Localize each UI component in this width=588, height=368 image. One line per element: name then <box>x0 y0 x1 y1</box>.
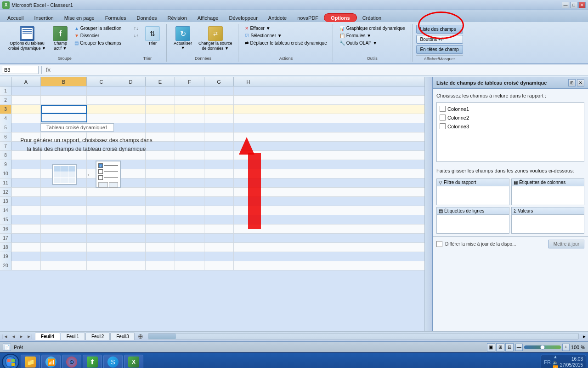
cell[interactable] <box>146 215 175 224</box>
cell-h3[interactable] <box>234 105 263 114</box>
panel-close-button[interactable]: ✕ <box>577 79 584 86</box>
cell[interactable] <box>175 142 204 150</box>
formules-button[interactable]: 📋 Formules ▼ <box>338 32 407 39</box>
vertical-scrollbar[interactable] <box>424 77 432 331</box>
taskbar-chrome[interactable]: ⊙ <box>62 355 81 368</box>
cell[interactable] <box>41 206 87 215</box>
tab-accueil[interactable]: Accueil <box>2 13 28 22</box>
cell[interactable] <box>87 197 116 206</box>
cell-e1[interactable] <box>146 86 175 95</box>
graphique-croise-button[interactable]: 📊 Graphique croisé dynamique <box>338 25 407 32</box>
cell[interactable] <box>87 252 116 261</box>
cell[interactable] <box>116 206 146 215</box>
sort-asc-button[interactable]: ↑↓ <box>132 25 140 32</box>
cell[interactable] <box>11 215 41 224</box>
maximize-button[interactable]: □ <box>570 2 577 8</box>
col-header-g[interactable]: G <box>204 77 234 86</box>
selectionner-button[interactable]: ☑ Sélectionner ▼ <box>243 32 328 39</box>
cell-g1[interactable] <box>204 86 234 95</box>
effacer-button[interactable]: ✕ Effacer ▼ <box>243 25 328 32</box>
cell[interactable] <box>204 206 234 215</box>
cell-h1[interactable] <box>234 86 263 95</box>
cell[interactable] <box>87 224 116 233</box>
zoom-slider[interactable] <box>524 345 561 349</box>
tab-nav-last[interactable]: ►| <box>25 334 34 339</box>
cell[interactable] <box>234 178 263 187</box>
cell[interactable] <box>175 215 204 224</box>
cell[interactable] <box>204 160 234 169</box>
field-checkbox-colonne2[interactable] <box>440 115 446 121</box>
cell[interactable] <box>175 178 204 187</box>
cell[interactable] <box>175 243 204 252</box>
cell[interactable] <box>234 114 263 123</box>
cell[interactable] <box>204 188 234 196</box>
normal-view-button[interactable]: ▣ <box>487 343 495 351</box>
cell[interactable] <box>41 243 87 252</box>
horizontal-scrollbar[interactable] <box>148 333 579 339</box>
cell[interactable] <box>175 206 204 215</box>
scroll-right-btn[interactable]: ► <box>581 334 588 339</box>
cell[interactable] <box>175 252 204 261</box>
fx-icon[interactable]: fx <box>45 66 52 73</box>
cell[interactable] <box>234 243 263 252</box>
start-button[interactable] <box>2 354 19 368</box>
cell[interactable] <box>146 197 175 206</box>
cell[interactable] <box>116 252 146 261</box>
cell-g2[interactable] <box>204 96 234 104</box>
tab-donnees[interactable]: Données <box>132 13 162 22</box>
outils-olap-button[interactable]: 🔧 Outils OLAP ▼ <box>338 40 407 46</box>
cell[interactable] <box>116 243 146 252</box>
cell[interactable] <box>11 243 41 252</box>
cell-h2[interactable] <box>234 96 263 104</box>
defer-checkbox[interactable] <box>436 241 442 247</box>
field-item-colonne2[interactable]: Colonne2 <box>439 113 582 122</box>
tab-revision[interactable]: Révision <box>163 13 192 22</box>
cell[interactable] <box>41 252 87 261</box>
taskbar-explorer[interactable]: 📁 <box>21 355 40 368</box>
col-header-a[interactable]: A <box>11 77 41 86</box>
cell[interactable] <box>41 224 87 233</box>
sheet-tab-feuil4[interactable]: Feuil4 <box>35 333 60 340</box>
cell-c1[interactable] <box>87 86 116 95</box>
update-button[interactable]: Mettre à jour <box>548 240 584 248</box>
actualiser-button[interactable]: ↻ Actualiser▼ <box>171 25 194 52</box>
zoom-minus-button[interactable]: — <box>515 344 523 351</box>
cell[interactable] <box>41 188 87 196</box>
field-checkbox-colonne1[interactable] <box>440 106 446 112</box>
cell[interactable] <box>175 160 204 169</box>
champ-actif-button[interactable]: f Champactif ▼ <box>50 25 71 52</box>
cell[interactable] <box>87 188 116 196</box>
cell[interactable] <box>41 215 87 224</box>
cell[interactable] <box>204 215 234 224</box>
liste-champs-button[interactable]: Liste des champs <box>416 25 463 34</box>
cell[interactable] <box>234 123 263 132</box>
cell[interactable] <box>234 215 263 224</box>
cell[interactable] <box>146 188 175 196</box>
tab-affichage[interactable]: Affichage <box>192 13 224 22</box>
cell[interactable] <box>204 243 234 252</box>
cell-b1[interactable] <box>41 86 87 95</box>
drag-zone-filtre[interactable]: ▽ Filtre du rapport <box>436 178 509 205</box>
cell[interactable] <box>234 261 263 270</box>
cell-f3[interactable] <box>175 105 204 114</box>
cell-f1[interactable] <box>175 86 204 95</box>
cell[interactable] <box>87 261 116 270</box>
tab-formules[interactable]: Formules <box>100 13 131 22</box>
tab-developpeur[interactable]: Développeur <box>224 13 262 22</box>
cell[interactable] <box>204 261 234 270</box>
cell[interactable] <box>41 197 87 206</box>
cell[interactable] <box>146 224 175 233</box>
cell[interactable] <box>234 151 263 160</box>
cell[interactable] <box>146 261 175 270</box>
tab-creation[interactable]: Création <box>357 13 387 22</box>
cell[interactable] <box>146 252 175 261</box>
drag-zone-colonnes[interactable]: ▦ Étiquettes de colonnes <box>511 178 584 205</box>
cell[interactable] <box>87 206 116 215</box>
taskbar-skype[interactable]: S <box>103 355 123 368</box>
cell[interactable] <box>41 261 87 270</box>
cell[interactable] <box>11 234 41 242</box>
cell[interactable] <box>234 142 263 150</box>
cell[interactable] <box>11 252 41 261</box>
col-header-h[interactable]: H <box>234 77 263 86</box>
cell[interactable] <box>146 234 175 242</box>
